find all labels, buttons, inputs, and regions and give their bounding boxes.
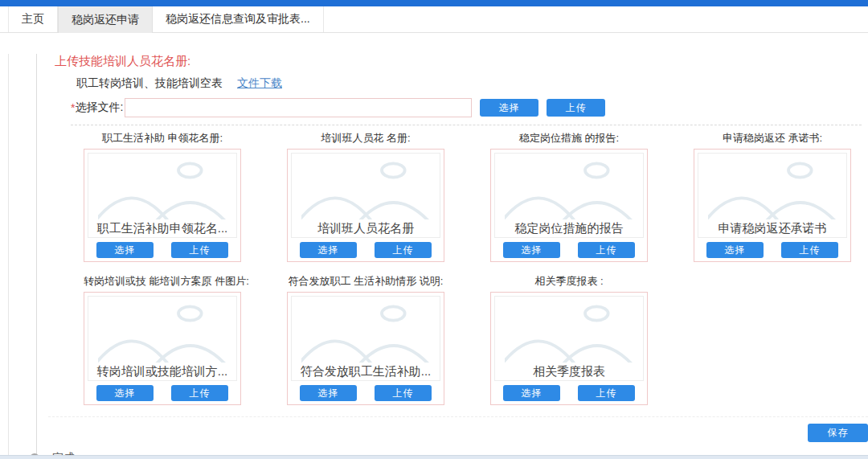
card-upload-button[interactable]: 上传 (578, 385, 635, 401)
card-select-button[interactable]: 选择 (96, 385, 154, 401)
card-upload-button[interactable]: 上传 (578, 242, 635, 258)
card-label: 培训班人员花 名册: (287, 131, 444, 145)
tab-home[interactable]: 主页 (8, 6, 58, 32)
save-button[interactable]: 保存 (808, 424, 868, 442)
card-upload-button[interactable]: 上传 (375, 242, 432, 258)
card-label: 申请稳岗返还 承诺书: (694, 131, 851, 145)
footer-divider (48, 416, 868, 417)
card-buttons: 选择 上传 (698, 242, 847, 258)
card-label: 职工生活补助 申领花名册: (84, 131, 241, 145)
upload-cell: 符合发放职工 生活补助情形 说明: 符合发放职工生活补助... 选择 上传 (287, 274, 444, 405)
file-upload-button[interactable]: 上传 (547, 99, 605, 117)
tab-info-query-approval[interactable]: 稳岗返还信息查询及审批表... (153, 6, 324, 32)
section-heading: 上传技能培训人员花名册: (55, 54, 868, 69)
image-placeholder-icon (98, 154, 227, 219)
card-upload-button[interactable]: 上传 (171, 242, 228, 258)
card-label: 转岗培训或技 能培训方案原 件图片: (84, 274, 241, 289)
card-upload-button[interactable]: 上传 (781, 242, 838, 258)
upload-card: 培训班人员花名册 选择 上传 (287, 149, 444, 262)
file-path-input[interactable] (125, 98, 472, 117)
card-select-button[interactable]: 选择 (503, 385, 560, 401)
card-upload-button[interactable]: 上传 (171, 385, 228, 401)
card-label: 相关季度报表 : (490, 274, 648, 289)
card-buttons: 选择 上传 (88, 385, 237, 401)
image-placeholder-icon (505, 297, 633, 363)
upload-cell: 转岗培训或技 能培训方案原 件图片: 转岗培训或技能培训方... 选择 上传 (84, 274, 241, 405)
image-placeholder-icon (505, 154, 633, 219)
upload-cell: 培训班人员花 名册: 培训班人员花名册 选择 上传 (287, 131, 444, 262)
top-accent-bar (0, 0, 868, 6)
card-select-button[interactable]: 选择 (300, 385, 357, 401)
card-buttons: 选择 上传 (494, 385, 644, 401)
upload-card: 相关季度报表 选择 上传 (490, 292, 648, 405)
card-caption: 稳定岗位措施的报告 (515, 219, 624, 236)
image-placeholder-icon (708, 154, 837, 219)
upload-cell: 稳定岗位措施 的报告: 稳定岗位措施的报告 选择 上传 (490, 131, 648, 262)
template-label: 职工转岗培训、技能培训空表 (76, 76, 223, 91)
image-preview-box: 符合发放职工生活补助... (291, 296, 440, 381)
file-select-label: 选择文件: (75, 100, 123, 115)
card-select-button[interactable]: 选择 (96, 242, 154, 258)
image-preview-box: 稳定岗位措施的报告 (494, 153, 644, 238)
card-select-button[interactable]: 选择 (300, 242, 357, 258)
card-caption: 转岗培训或技能培训方... (97, 363, 228, 379)
image-placeholder-icon (301, 297, 430, 363)
image-preview-box: 培训班人员花名册 (291, 153, 440, 238)
card-caption: 申请稳岗返还承诺书 (719, 219, 827, 236)
upload-card: 转岗培训或技能培训方... 选择 上传 (84, 292, 241, 405)
file-download-link[interactable]: 文件下载 (237, 76, 282, 91)
image-preview-box: 职工生活补助申领花名... (88, 153, 237, 238)
main-content: 上传技能培训人员花名册: 职工转岗培训、技能培训空表 文件下载 * 选择文件: … (0, 54, 868, 459)
panel-left-border (8, 54, 9, 459)
upload-cell: 职工生活补助 申领花名册: 职工生活补助申领花名... 选择 上传 (84, 131, 241, 262)
card-buttons: 选择 上传 (88, 242, 237, 258)
card-caption: 培训班人员花名册 (317, 219, 414, 236)
card-label: 符合发放职工 生活补助情形 说明: (287, 274, 444, 289)
card-upload-button[interactable]: 上传 (375, 385, 432, 401)
upload-cards-grid: 职工生活补助 申领花名册: 职工生活补助申领花名... 选择 上传 培训班 (84, 131, 868, 405)
upload-cell: 申请稳岗返还 承诺书: 申请稳岗返还承诺书 选择 上传 (694, 131, 851, 262)
card-caption: 符合发放职工生活补助... (301, 363, 432, 379)
image-placeholder-icon (301, 154, 430, 219)
section-divider (71, 125, 862, 125)
tab-bar: 主页 稳岗返还申请 稳岗返还信息查询及审批表... (0, 6, 868, 33)
bottom-edge-bar (0, 455, 868, 459)
image-preview-box: 转岗培训或技能培训方... (88, 296, 237, 381)
card-buttons: 选择 上传 (494, 242, 644, 258)
image-preview-box: 相关季度报表 (494, 296, 644, 381)
upload-cell: 相关季度报表 : 相关季度报表 选择 上传 (490, 274, 648, 405)
upload-card: 符合发放职工生活补助... 选择 上传 (287, 292, 444, 405)
image-placeholder-icon (98, 297, 227, 363)
card-select-button[interactable]: 选择 (503, 242, 560, 258)
upload-card: 申请稳岗返还承诺书 选择 上传 (694, 149, 851, 262)
file-select-row: * 选择文件: 选择 上传 (71, 98, 868, 117)
file-select-button[interactable]: 选择 (480, 99, 538, 117)
template-row: 职工转岗培训、技能培训空表 文件下载 (76, 76, 868, 91)
card-caption: 职工生活补助申领花名... (97, 219, 228, 236)
card-label: 稳定岗位措施 的报告: (490, 131, 648, 145)
upload-card: 职工生活补助申领花名... 选择 上传 (84, 149, 241, 262)
upload-card: 稳定岗位措施的报告 选择 上传 (490, 149, 648, 262)
wizard-step-line (36, 54, 37, 458)
card-buttons: 选择 上传 (291, 385, 440, 401)
card-select-button[interactable]: 选择 (706, 242, 764, 258)
card-caption: 相关季度报表 (533, 363, 605, 379)
tab-job-retention-apply[interactable]: 稳岗返还申请 (58, 6, 153, 33)
card-buttons: 选择 上传 (291, 242, 440, 258)
image-preview-box: 申请稳岗返还承诺书 (698, 153, 847, 238)
